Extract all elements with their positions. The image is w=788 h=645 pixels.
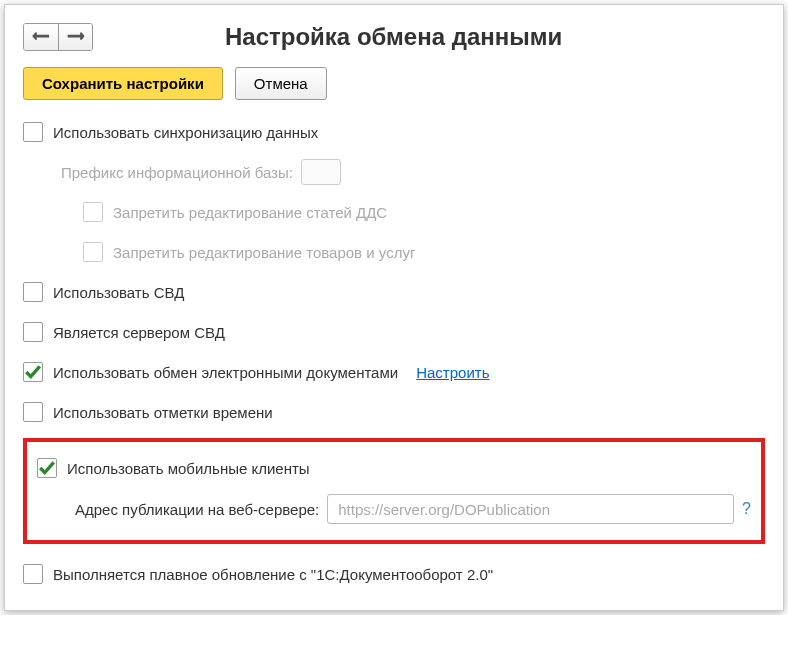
use-mobile-row: Использовать мобильные клиенты xyxy=(37,454,751,482)
publish-address-input[interactable] xyxy=(327,494,734,524)
publish-address-label: Адрес публикации на веб-сервере: xyxy=(75,501,319,518)
forbid-goods-checkbox[interactable] xyxy=(83,242,103,262)
publish-address-row: Адрес публикации на веб-сервере: ? xyxy=(75,494,751,524)
use-sync-label: Использовать синхронизацию данных xyxy=(53,124,318,141)
forbid-dds-checkbox[interactable] xyxy=(83,202,103,222)
use-edo-row: Использовать обмен электронными документ… xyxy=(23,358,765,386)
check-icon xyxy=(38,459,56,477)
use-mobile-label: Использовать мобильные клиенты xyxy=(67,460,310,477)
use-edo-label: Использовать обмен электронными документ… xyxy=(53,364,398,381)
use-sync-checkbox[interactable] xyxy=(23,122,43,142)
smooth-update-label: Выполняется плавное обновление с "1С:Док… xyxy=(53,566,493,583)
help-icon[interactable]: ? xyxy=(742,500,751,518)
mobile-highlight-box: Использовать мобильные клиенты Адрес пуб… xyxy=(23,438,765,544)
header-row: 🠔 🠖 Настройка обмена данными xyxy=(23,23,765,51)
is-svd-server-checkbox[interactable] xyxy=(23,322,43,342)
forbid-goods-label: Запретить редактирование товаров и услуг xyxy=(113,244,415,261)
arrow-right-icon: 🠖 xyxy=(67,27,85,48)
is-svd-server-label: Является сервером СВД xyxy=(53,324,225,341)
use-mobile-checkbox[interactable] xyxy=(37,458,57,478)
use-svd-row: Использовать СВД xyxy=(23,278,765,306)
use-timestamps-checkbox[interactable] xyxy=(23,402,43,422)
smooth-update-checkbox[interactable] xyxy=(23,564,43,584)
arrow-left-icon: 🠔 xyxy=(32,27,50,48)
configure-edo-link[interactable]: Настроить xyxy=(416,364,489,381)
nav-buttons: 🠔 🠖 xyxy=(23,23,93,51)
use-timestamps-row: Использовать отметки времени xyxy=(23,398,765,426)
forbid-goods-row: Запретить редактирование товаров и услуг xyxy=(83,238,765,266)
prefix-row: Префикс информационной базы: xyxy=(61,158,765,186)
toolbar: Сохранить настройки Отмена xyxy=(23,67,765,100)
prefix-label: Префикс информационной базы: xyxy=(61,164,293,181)
use-edo-checkbox[interactable] xyxy=(23,362,43,382)
nav-back-button[interactable]: 🠔 xyxy=(24,24,58,50)
save-button[interactable]: Сохранить настройки xyxy=(23,67,223,100)
use-svd-label: Использовать СВД xyxy=(53,284,184,301)
nav-forward-button[interactable]: 🠖 xyxy=(58,24,92,50)
page-title: Настройка обмена данными xyxy=(225,23,562,51)
use-timestamps-label: Использовать отметки времени xyxy=(53,404,273,421)
prefix-input[interactable] xyxy=(301,159,341,185)
smooth-update-row: Выполняется плавное обновление с "1С:Док… xyxy=(23,560,765,588)
cancel-button[interactable]: Отмена xyxy=(235,67,327,100)
is-svd-server-row: Является сервером СВД xyxy=(23,318,765,346)
forbid-dds-label: Запретить редактирование статей ДДС xyxy=(113,204,387,221)
check-icon xyxy=(24,363,42,381)
forbid-dds-row: Запретить редактирование статей ДДС xyxy=(83,198,765,226)
use-svd-checkbox[interactable] xyxy=(23,282,43,302)
use-sync-row: Использовать синхронизацию данных xyxy=(23,118,765,146)
settings-window: 🠔 🠖 Настройка обмена данными Сохранить н… xyxy=(4,4,784,611)
